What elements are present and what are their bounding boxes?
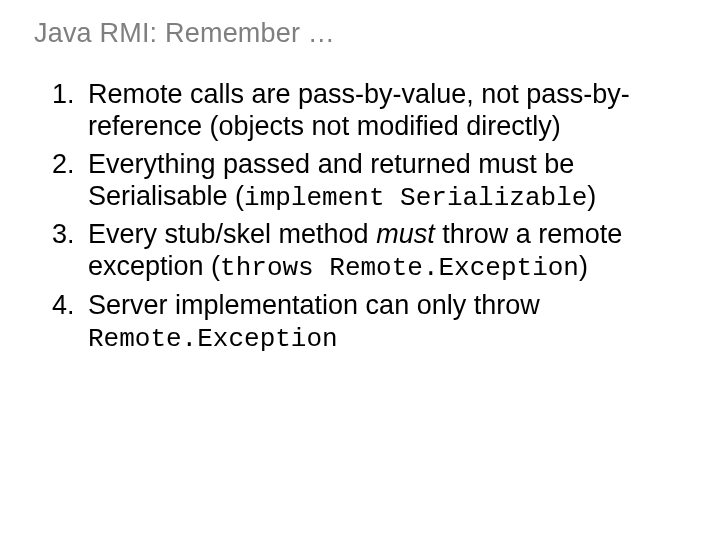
item-1-text: Remote calls are pass-by-value, not pass… <box>88 79 630 141</box>
item-4-code: Remote.Exception <box>88 324 678 355</box>
item-3-text-e: ) <box>579 251 588 281</box>
list-item: Every stub/skel method must throw a remo… <box>82 219 678 284</box>
item-3-italic: must <box>376 219 435 249</box>
item-3-code: throws Remote.Exception <box>220 253 579 283</box>
slide: Java RMI: Remember … Remote calls are pa… <box>0 0 720 540</box>
item-2-text-c: ) <box>587 181 596 211</box>
list-item: Remote calls are pass-by-value, not pass… <box>82 79 678 143</box>
list-item: Everything passed and returned must be S… <box>82 149 678 214</box>
item-2-code: implement Serializable <box>244 183 587 213</box>
item-3-text-a: Every stub/skel method <box>88 219 376 249</box>
item-4-text: Server implementation can only throw <box>88 290 540 320</box>
list-item: Server implementation can only throw Rem… <box>82 290 678 355</box>
slide-title: Java RMI: Remember … <box>34 18 688 49</box>
bullet-list: Remote calls are pass-by-value, not pass… <box>32 79 688 354</box>
